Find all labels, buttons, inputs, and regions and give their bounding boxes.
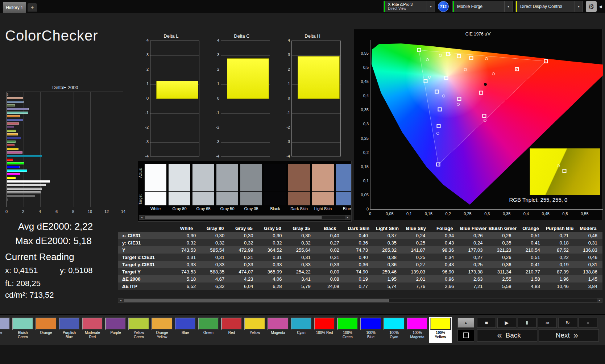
x-tick-label: 2 [18,209,28,214]
pattern-label: 100% Red [314,330,335,339]
cie-x-tick-label: 0,5 [562,212,568,216]
patch-strip-scroll-thumb[interactable] [145,216,322,219]
back-button[interactable]: « Back [477,329,537,342]
table-cell: 6,52 [172,283,201,290]
pause-button[interactable]: Ⅱ [518,318,536,328]
cie-y-tick-label: 0,45 [354,79,369,84]
scroll-right-icon[interactable]: ► [345,216,350,219]
pattern-button[interactable]: Red [221,318,242,342]
cie-target-marker [444,76,448,80]
pattern-button[interactable]: 100% Cyan [384,318,405,342]
loop-button[interactable]: ↻ [558,318,577,328]
table-cell: 0,43 [430,239,459,246]
delta-e-bar [7,115,20,117]
pattern-button[interactable]: 100% Yellow [430,318,451,342]
table-scroll-thumb[interactable] [124,299,389,302]
meter-dropdown[interactable]: X-Rite i1Pro 3 Direct View ▼ [384,1,435,12]
delta-e-bar [7,151,22,154]
patch-strip-scroll-track[interactable] [144,216,345,219]
pattern-swatch [12,318,33,330]
cie-y-tick-label: 0 [354,207,369,211]
y-tick-label: 1 [213,81,219,86]
y-tick-label: 1 [142,81,149,86]
cie-x-tick-label: 0,15 [425,212,432,216]
settings-gear-button[interactable]: ⚙ [586,1,597,12]
pattern-button[interactable]: 100% Blue [360,318,381,342]
table-cell: 259,46 [373,268,402,275]
pattern-button[interactable]: Cyan [291,318,312,342]
record-button[interactable]: ● [579,318,597,328]
chevron-down-icon[interactable]: ▼ [504,1,512,12]
pattern-button[interactable]: 100% Green [337,318,358,342]
scroll-left-icon[interactable]: ◄ [118,298,123,302]
pattern-button[interactable]: Yellow Green [128,318,149,342]
table-scrollbar[interactable]: ◄ ► [118,298,602,303]
table-cell: 138,86 [574,268,602,275]
delta-e-bar [7,155,42,157]
pattern-button[interactable]: Bluish Green [12,318,33,342]
table-cell: 0,18 [545,239,574,246]
stop-button[interactable]: ■ [477,318,496,328]
tab-history-1[interactable]: History 1 [3,2,26,13]
table-cell: 0,21 [545,232,574,239]
scroll-left-icon[interactable]: ◄ [139,216,144,219]
chevron-down-icon[interactable]: ▼ [575,1,583,12]
table-cell: 2,63 [459,275,488,283]
pattern-source-dropdown[interactable]: Mobile Forge ▼ [452,1,513,12]
window-pattern-button[interactable] [457,329,474,342]
gridline [150,113,199,114]
table-scroll-track[interactable] [123,298,597,302]
pattern-button[interactable]: wer [0,318,10,342]
target-patch [240,192,262,205]
avg-de2000-readout: Avg dE2000: 2,22 [18,221,93,232]
table-cell: 0,34 [430,232,459,239]
collapse-panel-arrow[interactable]: ◀ [599,4,602,9]
window-bottom-edge [0,345,605,364]
table-cell: 0,96 [430,275,459,283]
eject-button[interactable]: ▲ [457,318,474,328]
pattern-button[interactable]: Green [198,318,219,342]
chevron-down-icon[interactable]: ▼ [427,1,435,12]
scroll-right-icon[interactable]: ► [597,298,602,302]
next-button[interactable]: Next » [539,329,599,342]
table-cell: 0,43 [430,261,459,268]
continuous-button[interactable]: ∞ [538,318,557,328]
display-control-dropdown[interactable]: Direct Display Control ▼ [515,1,583,12]
pattern-button[interactable]: Purplish Blue [59,318,80,342]
pattern-button[interactable]: Yellow [244,318,265,342]
table-cell: 0,33 [172,261,201,268]
pattern-swatch [175,318,196,330]
y-tick-label: 1 [283,81,290,86]
table-cell: 173,38 [459,268,488,275]
x-tick-label: 8 [69,209,78,214]
cie-measured-marker [436,132,439,135]
table-row: Y743,53585,54472,99364,52255,640,0274,73… [118,246,602,254]
table-column-header: Black [316,225,344,232]
pattern-button[interactable]: Orange [36,318,57,342]
pattern-button[interactable]: Purple [105,318,126,342]
pause-icon: Ⅱ [526,320,529,326]
add-tab-button[interactable]: + [28,3,37,12]
table-row-label: ΔE ITP [118,283,172,290]
pattern-swatch [59,318,80,330]
pattern-button[interactable]: 100% Red [314,318,335,342]
actual-patch [336,164,352,191]
patch-label: Dark Skin [288,206,310,211]
pattern-button[interactable]: Moderate Red [82,318,103,342]
app-root: History 1 + X-Rite i1Pro 3 Direct View ▼… [0,0,605,364]
meter-count-badge[interactable]: 712 [438,1,449,12]
target-patch [312,192,334,205]
table-cell: 0,40 [344,254,373,261]
pattern-button[interactable]: Blue [175,318,196,342]
delta-e-bar [7,126,14,128]
table-cell: 2,01 [402,275,430,283]
pattern-button[interactable]: Magenta [268,318,289,342]
y-tick-label: -1 [213,110,219,115]
patch-strip-scrollbar[interactable]: ◄ ► [139,215,351,220]
pattern-button[interactable]: Orange Yellow [152,318,173,342]
gridline [292,99,340,99]
patch-comparison-strip: Actual Target WhiteGray 80Gray 65Gray 50… [138,161,352,222]
play-button[interactable]: ▶ [497,318,516,328]
play-icon: ▶ [505,320,509,326]
pattern-button[interactable]: 100% Magenta [407,318,428,342]
